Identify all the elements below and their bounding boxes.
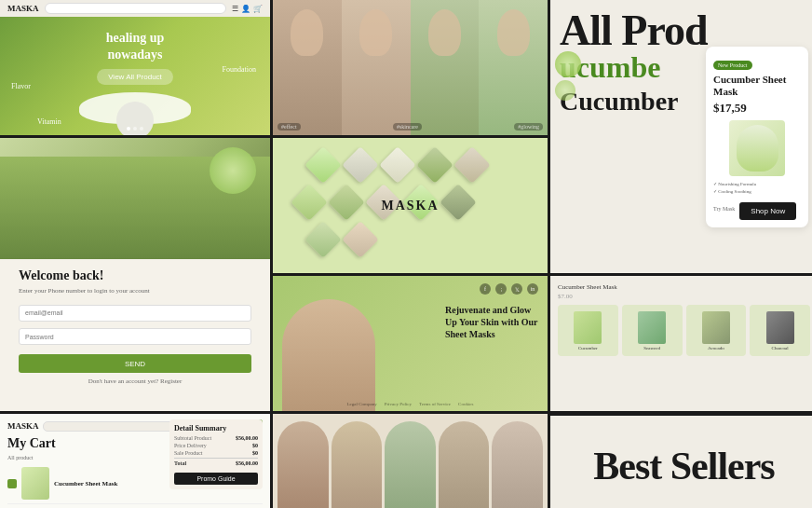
register-link[interactable]: Don't have an account yet? Register (19, 378, 251, 385)
product-showcase: MASKA (273, 138, 548, 273)
total-row: Total $56,00.00 (174, 458, 258, 466)
product-features: ✓ Nourishing Formula ✓ Cooling Soothing (713, 181, 801, 194)
fp-11 (304, 221, 342, 258)
product-card-mini: New Product Cucumber Sheet Mask $17,59 ✓… (706, 47, 808, 227)
product-card-image (729, 120, 785, 176)
nav-dot-1[interactable] (127, 127, 130, 130)
photo-1 (273, 0, 342, 135)
cta-button[interactable]: View All Product (97, 69, 173, 85)
photo-label-1: #effect (277, 123, 301, 130)
discount-label: Sale Product (174, 450, 203, 456)
photo-collage: #effect #skincare #glowing (273, 0, 548, 135)
login-form: Welcome back! Enter your Phone number to… (0, 259, 270, 394)
hero-section: MASKA ☰ 👤 🛒 healing upnowadays View All … (0, 0, 270, 135)
portrait-4 (439, 421, 490, 509)
password-input[interactable] (19, 328, 251, 345)
cucumber-decoration (555, 51, 581, 101)
nav-icons: ☰ 👤 🛒 (232, 5, 263, 13)
linkedin-icon[interactable]: in (527, 283, 538, 295)
eye-closeup-image (0, 138, 270, 259)
photo-3 (411, 0, 480, 135)
search-bar[interactable] (45, 3, 227, 14)
email-input[interactable] (19, 305, 251, 322)
cucumber-slice-1 (555, 51, 581, 77)
shop-now-button[interactable]: Shop Now (739, 202, 796, 220)
facebook-icon[interactable]: f (480, 283, 491, 295)
thumb-name-cucumber: Cucumber (578, 346, 598, 350)
hero-copy: Rejuvenate and Glow Up Your Skin with Ou… (445, 304, 538, 340)
flavor-label: Flavor (11, 82, 31, 90)
fp-7 (328, 184, 365, 221)
subtotal-label: Subtotal Product (174, 435, 211, 441)
footer-cookies[interactable]: Cookies (458, 402, 473, 406)
thumb-name-seaweed: Seaweed (643, 346, 660, 350)
photo-strip (273, 0, 548, 135)
delivery-row: Price Delivery $0 (174, 443, 258, 448)
detail-summary-title: Detail Summary (174, 424, 258, 432)
discount-row: Sale Product $0 (174, 450, 258, 456)
thumb-name-charcoal: Charcoal (772, 346, 789, 350)
fp-6 (291, 184, 328, 221)
user-icon[interactable]: 👤 (241, 5, 250, 13)
menu-icon[interactable]: ☰ (232, 5, 238, 13)
product-card-name: Cucumber Sheet Mask (713, 74, 801, 98)
discount-value: $0 (252, 450, 258, 456)
photo-labels: #effect #skincare #glowing (277, 123, 543, 130)
photo-2 (342, 0, 411, 135)
portrait-3 (385, 421, 436, 509)
hero-content: healing upnowadays View All Product (97, 30, 173, 85)
thumb-img-cucumber (574, 311, 602, 344)
welcome-title: Welcome back! (19, 268, 251, 283)
footer-terms[interactable]: Terms of Service (419, 402, 451, 406)
thumb-img-charcoal (766, 311, 794, 344)
vitamin-label: Vitamin (37, 117, 61, 126)
prod-thumb-seaweed[interactable]: Seaweed (622, 305, 683, 356)
send-button[interactable]: SEND (19, 354, 251, 373)
model-figure (282, 299, 375, 411)
fp-3 (379, 146, 416, 184)
detail-summary: Detail Summary Subtotal Product $56,00.0… (169, 419, 263, 489)
prod-thumb-charcoal[interactable]: Charcoal (750, 305, 810, 356)
footer-privacy[interactable]: Privacy Policy (385, 402, 412, 406)
hero-copy-title: Rejuvenate and Glow Up Your Skin with Ou… (445, 304, 538, 340)
best-sellers-title: Best Sellers (593, 446, 774, 486)
footer-links: Legal Company Privacy Policy Terms of Se… (273, 402, 548, 406)
thumb-name-avocado: Avocado (708, 346, 724, 350)
portrait-thumbnails (273, 414, 548, 508)
instagram-icon[interactable]: ᵢ (495, 283, 507, 295)
cucumber-slice-2 (555, 80, 575, 101)
nav-dot-3[interactable] (140, 127, 143, 130)
thumb-img-seaweed (638, 311, 666, 344)
login-section: Welcome back! Enter your Phone number to… (0, 138, 270, 411)
product-type-grid: Cucumber Sheet Mask $7.00 Cucumber Seawe… (550, 276, 812, 411)
photo-4 (479, 0, 548, 135)
footer-legal[interactable]: Legal Company (347, 402, 377, 406)
model-background (273, 276, 548, 411)
cart-checkbox[interactable] (7, 479, 17, 488)
face-4 (497, 9, 530, 56)
fp-4 (416, 146, 453, 184)
portrait-1 (277, 421, 329, 509)
mask-packet (737, 125, 778, 172)
try-mask-link[interactable]: Try Mask (713, 206, 735, 212)
product-price-grid: $7.00 (558, 293, 810, 300)
prod-thumb-cucumber[interactable]: Cucumber (558, 305, 618, 356)
nav-dot-2[interactable] (133, 127, 137, 130)
subtotal-row: Subtotal Product $56,00.00 (174, 435, 258, 441)
maska-topbar: MASKA ☰ 👤 🛒 (0, 0, 270, 17)
twitter-icon[interactable]: 𝕏 (511, 283, 522, 295)
promo-guide-button[interactable]: Promo Guide (174, 473, 258, 485)
cart-icon[interactable]: 🛒 (253, 5, 263, 13)
thumb-img-avocado (702, 311, 730, 344)
feature-soothing: ✓ Cooling Soothing (713, 188, 801, 194)
prod-thumb-avocado[interactable]: Avocado (686, 305, 747, 356)
product-actions: Try Mask Shop Now (713, 198, 801, 220)
delivery-label: Price Delivery (174, 443, 207, 448)
total-label: Total (174, 460, 186, 466)
subtotal-value: $56,00.00 (236, 435, 258, 441)
nav-dots (127, 127, 143, 130)
my-cart-section: MASKA 🛒 My Cart (4 items) All product Cu… (0, 414, 270, 508)
welcome-subtitle: Enter your Phone number to login to your… (19, 287, 251, 295)
face-3 (428, 9, 461, 56)
photo-label-3: #glowing (514, 123, 543, 130)
